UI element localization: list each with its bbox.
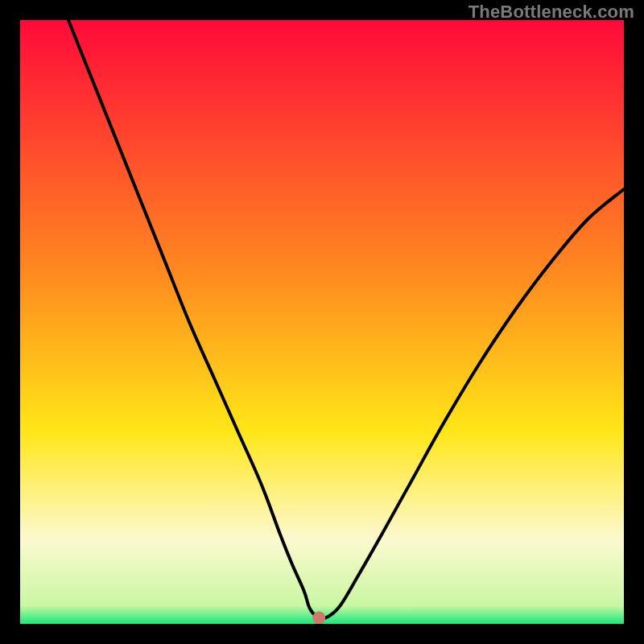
chart-frame: TheBottleneck.com xyxy=(0,0,644,644)
chart-svg xyxy=(20,20,624,624)
gradient-background xyxy=(20,20,624,624)
plot-area xyxy=(20,20,624,624)
optimal-point-marker xyxy=(312,612,325,625)
